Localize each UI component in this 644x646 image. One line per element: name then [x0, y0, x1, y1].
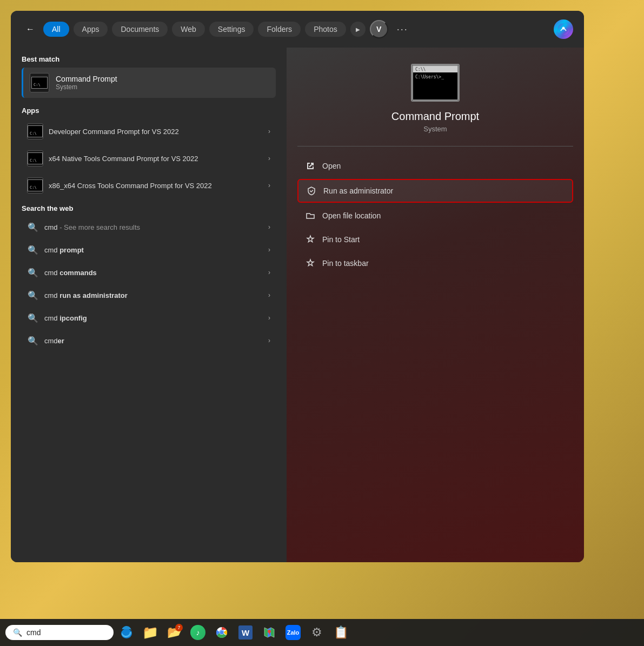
best-match-text: Command Prompt System [56, 75, 117, 91]
action-open-file[interactable]: Open file location [297, 205, 573, 227]
best-match-heading: Best match [22, 55, 276, 63]
cmd-app-icon [30, 73, 49, 92]
tab-documents[interactable]: Documents [112, 22, 168, 37]
badge-7: 7 [175, 624, 183, 631]
action-pin-taskbar-label: Pin to taskbar [322, 259, 369, 268]
right-app-name: Command Prompt [391, 110, 479, 123]
shield-icon [306, 185, 317, 196]
search-icon-1: 🔍 [27, 244, 39, 256]
action-open-label: Open [322, 162, 341, 170]
chevron-web-4: › [268, 314, 270, 322]
tab-photos[interactable]: Photos [305, 22, 346, 37]
tab-settings[interactable]: Settings [209, 22, 254, 37]
taskbar-icon-maps[interactable] [258, 622, 280, 643]
apps-section-heading: Apps [22, 106, 276, 115]
open-icon [305, 161, 316, 171]
action-open[interactable]: Open [297, 155, 573, 177]
cmd-icon-graphic [31, 77, 48, 89]
search-icon-5: 🔍 [27, 335, 39, 347]
tab-web[interactable]: Web [172, 22, 205, 37]
play-button[interactable]: ▶ [350, 22, 366, 37]
chevron-web-3: › [268, 291, 270, 299]
divider [297, 146, 573, 146]
svg-point-6 [220, 631, 224, 635]
groove-icon-graphic: ♪ [190, 625, 205, 640]
taskbar-icon-chrome[interactable] [211, 622, 233, 643]
search-web-text-1: cmd prompt [44, 246, 268, 254]
list-item[interactable]: 🔍 cmd run as administrator › [22, 285, 276, 305]
taskbar-search-icon: 🔍 [13, 628, 22, 637]
left-panel: Best match Command Prompt System Apps De… [11, 48, 287, 562]
right-panel: C:\\ C:\Users\>_ Command Prompt System [287, 48, 584, 562]
app-name-x64: x64 Native Tools Command Prompt for VS 2… [49, 155, 268, 163]
tab-apps[interactable]: Apps [74, 22, 108, 37]
search-web-text-2: cmd commands [44, 269, 268, 277]
chevron-web-2: › [268, 269, 270, 276]
x64-cmd-icon [28, 152, 43, 164]
taskbar-icon-file-explorer[interactable]: 📁 [140, 622, 161, 643]
list-item[interactable]: 🔍 cmder › [22, 330, 276, 351]
list-item[interactable]: Developer Command Prompt for VS 2022 › [22, 119, 276, 144]
chevron-icon-2: › [268, 182, 270, 189]
list-item[interactable]: 🔍 cmd prompt › [22, 239, 276, 260]
search-icon-0: 🔍 [27, 221, 39, 233]
app-name-x86: x86_x64 Cross Tools Command Prompt for V… [49, 182, 268, 190]
taskbar-icon-settings[interactable]: ⚙ [306, 622, 328, 643]
tab-all[interactable]: All [43, 22, 69, 37]
best-match-sub: System [56, 83, 117, 91]
list-item[interactable]: x86_x64 Cross Tools Command Prompt for V… [22, 173, 276, 198]
search-web-heading: Search the web [22, 204, 276, 212]
pin-start-icon [305, 234, 316, 245]
tab-folders[interactable]: Folders [258, 22, 301, 37]
taskbar-icon-notes[interactable]: 📋 [330, 622, 351, 643]
filter-tabs-bar: ← All Apps Documents Web Settings Folder… [11, 11, 584, 48]
taskbar-icon-files-app[interactable]: 📂 7 [163, 622, 185, 643]
app-icon-x64 [27, 150, 43, 167]
list-item[interactable]: 🔍 cmd commands › [22, 262, 276, 283]
search-icon-4: 🔍 [27, 312, 39, 324]
search-popup: ← All Apps Documents Web Settings Folder… [11, 11, 584, 562]
taskbar-search-input[interactable] [26, 628, 121, 637]
action-pin-taskbar[interactable]: Pin to taskbar [297, 252, 573, 274]
copilot-icon[interactable] [554, 19, 573, 39]
search-icon-3: 🔍 [27, 289, 39, 301]
svg-point-1 [562, 27, 565, 30]
app-icon-dev-cmd [27, 123, 43, 139]
action-list: Open Run as administrator [297, 155, 573, 276]
action-run-admin-label: Run as administrator [323, 187, 393, 195]
chevron-web-0: › [268, 223, 270, 231]
x86-cmd-icon [28, 179, 43, 191]
search-web-text-5: cmder [44, 337, 268, 345]
action-open-file-label: Open file location [322, 211, 381, 220]
best-match-item[interactable]: Command Prompt System [22, 68, 276, 98]
search-web-text-3: cmd run as administrator [44, 291, 268, 299]
chevron-icon-1: › [268, 155, 270, 162]
right-app-sub: System [423, 125, 447, 133]
main-content: Best match Command Prompt System Apps De… [11, 48, 584, 562]
action-pin-start[interactable]: Pin to Start [297, 229, 573, 250]
chevron-icon-0: › [268, 128, 270, 135]
list-item[interactable]: 🔍 cmd ipconfig › [22, 308, 276, 328]
back-button[interactable]: ← [22, 21, 39, 38]
dev-cmd-icon [28, 125, 43, 137]
chevron-web-5: › [268, 337, 270, 344]
list-item[interactable]: x64 Native Tools Command Prompt for VS 2… [22, 146, 276, 171]
taskbar-icon-edge[interactable] [116, 622, 137, 643]
app-icon-x86 [27, 177, 43, 194]
taskbar-icon-groove[interactable]: ♪ [187, 622, 209, 643]
v-account-button[interactable]: V [370, 20, 388, 38]
taskbar: 🔍 📁 📂 7 ♪ W [0, 619, 644, 646]
taskbar-search[interactable]: 🔍 [5, 625, 114, 640]
app-preview-icon: C:\\ C:\Users\>_ [411, 64, 460, 102]
search-icon-2: 🔍 [27, 267, 39, 278]
taskbar-icon-word[interactable]: W [235, 622, 256, 643]
more-button[interactable]: ··· [393, 22, 413, 37]
app-name-dev-cmd: Developer Command Prompt for VS 2022 [49, 128, 268, 136]
list-item[interactable]: 🔍 cmd - See more search results › [22, 217, 276, 237]
best-match-name: Command Prompt [56, 75, 117, 83]
chevron-web-1: › [268, 246, 270, 254]
action-run-admin[interactable]: Run as administrator [297, 179, 573, 203]
search-web-text-0: cmd - See more search results [44, 223, 268, 231]
taskbar-icon-zalo[interactable]: Zalo [282, 622, 304, 643]
folder-open-icon [305, 210, 316, 221]
